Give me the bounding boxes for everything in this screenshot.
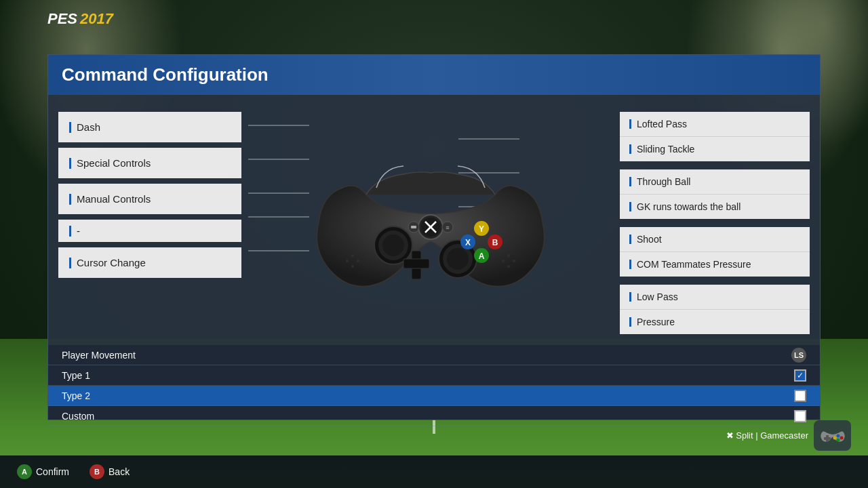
player-movement-label: Player Movement [62,350,791,361]
shoot-item: Shoot [620,227,810,252]
b-button-icon: B [90,464,104,479]
through-ball-label: Through Ball [637,176,690,187]
type1-row[interactable]: Type 1 ✓ [48,365,820,386]
pes-text: PES [47,10,77,28]
pes-year: 2017 [80,10,113,28]
action-indicator-6 [629,260,631,269]
action-indicator-8 [629,317,631,327]
svg-point-37 [507,254,510,257]
manual-controls-label: Manual Controls [77,193,151,205]
svg-point-44 [840,436,843,440]
type2-checkbox[interactable] [794,390,806,402]
action-indicator-3 [629,177,631,186]
action-indicator-1 [629,119,631,129]
svg-text:≡: ≡ [446,224,449,231]
panel-header: Command Configuration [48,55,820,95]
panel-title: Command Configuration [62,64,269,85]
svg-point-39 [507,265,510,268]
action-indicator-5 [629,235,631,244]
ls-icon-label: LS [794,351,804,359]
pes-logo: PES 2017 [47,10,113,28]
a-button-label: A [22,468,27,476]
controller-svg: Y X B A [302,127,559,317]
btn-indicator-3 [69,194,71,205]
svg-text:A: A [479,251,485,261]
svg-point-38 [513,260,515,262]
back-button[interactable]: B Back [90,464,130,479]
svg-point-35 [351,265,354,268]
confirm-label: Confirm [36,466,69,477]
low-pass-item: Low Pass [620,285,810,310]
gk-runs-item: GK runs towards the ball [620,195,810,219]
content-area: Dash Special Controls Manual Controls - … [48,95,820,348]
controller-container: Y X B A [302,127,559,317]
cursor-change-label: Cursor Change [77,257,146,268]
confirm-button[interactable]: A Confirm [17,464,69,479]
type1-label: Type 1 [62,370,794,381]
special-controls-button[interactable]: Special Controls [58,148,241,178]
back-label: Back [108,466,130,477]
svg-point-14 [447,248,469,270]
shoot-label: Shoot [637,234,662,245]
a-button-icon: A [17,464,32,479]
custom-label: Custom [62,411,794,422]
type2-row[interactable]: Type 2 [48,386,820,406]
b-button-label: B [94,468,100,476]
dash-label: Dash [77,121,100,133]
cursor-change-button[interactable]: Cursor Change [58,247,241,278]
left-controls: Dash Special Controls Manual Controls - … [58,105,241,338]
pressure-label: Pressure [637,317,675,327]
action-indicator-2 [629,144,631,154]
controller-area: Y X B A [248,105,613,338]
table-area: Player Movement LS Type 1 ✓ Type 2 Custo… [48,345,820,420]
action-indicator-7 [629,292,631,302]
dash2-label: - [77,225,80,237]
action-group-4: Low Pass Pressure [620,285,810,334]
type1-checkbox[interactable]: ✓ [794,369,806,382]
svg-text:B: B [492,238,498,247]
svg-point-46 [833,436,836,440]
custom-row[interactable]: Custom [48,406,820,426]
svg-rect-16 [403,259,429,268]
svg-point-34 [357,260,359,262]
action-group-2: Through Ball GK runs towards the ball [620,169,810,219]
gamecaster-watermark: ✖ Split | Gamecaster [726,420,851,451]
manual-controls-button[interactable]: Manual Controls [58,184,241,214]
svg-rect-32 [411,226,416,228]
action-group-3: Shoot COM Teammates Pressure [620,227,810,277]
gamecaster-icon [814,420,851,451]
type1-check-mark: ✓ [797,371,804,380]
right-actions: Lofted Pass Sliding Tackle Through Ball … [620,105,810,338]
svg-point-40 [502,260,505,262]
dash-button[interactable]: Dash [58,112,241,142]
btn-indicator-2 [69,158,71,169]
btn-indicator-4 [69,226,71,237]
pressure-item: Pressure [620,310,810,334]
ls-icon: LS [791,348,806,363]
sliding-tackle-label: Sliding Tackle [637,144,694,155]
gamecaster-text: ✖ Split | Gamecaster [726,430,808,441]
com-teammates-label: COM Teammates Pressure [637,259,751,270]
svg-text:Y: Y [479,224,484,234]
svg-text:X: X [465,238,471,247]
gk-runs-label: GK runs towards the ball [637,201,741,212]
low-pass-label: Low Pass [637,291,678,302]
special-controls-label: Special Controls [77,157,151,169]
type2-label: Type 2 [62,390,794,401]
svg-point-45 [836,439,840,442]
svg-point-43 [836,434,840,438]
through-ball-item: Through Ball [620,169,810,195]
table-header-row: Player Movement LS [48,345,820,365]
svg-point-11 [382,235,404,256]
action-indicator-4 [629,202,631,211]
sliding-tackle-item: Sliding Tackle [620,137,810,161]
action-group-1: Lofted Pass Sliding Tackle [620,112,810,161]
lofted-pass-label: Lofted Pass [637,119,687,129]
dash2-button[interactable]: - [58,220,241,242]
main-panel: Command Configuration Dash Special Contr… [47,54,821,420]
svg-point-33 [351,254,354,257]
bottom-bar: A Confirm B Back [0,455,868,488]
com-teammates-item: COM Teammates Pressure [620,252,810,277]
lofted-pass-item: Lofted Pass [620,112,810,137]
svg-point-36 [346,260,349,262]
